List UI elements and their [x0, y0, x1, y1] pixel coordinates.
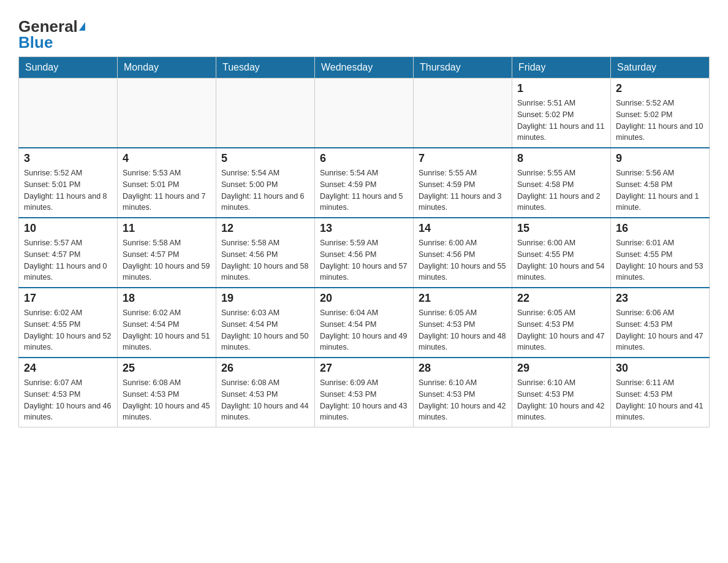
- day-number: 13: [320, 222, 408, 235]
- day-info: Sunrise: 6:05 AM Sunset: 4:53 PM Dayligh…: [517, 307, 605, 353]
- day-info: Sunrise: 5:58 AM Sunset: 4:56 PM Dayligh…: [221, 237, 309, 283]
- day-info: Sunrise: 5:52 AM Sunset: 5:01 PM Dayligh…: [24, 167, 112, 213]
- weekday-header-row: SundayMondayTuesdayWednesdayThursdayFrid…: [19, 57, 710, 79]
- calendar-cell: 1Sunrise: 5:51 AM Sunset: 5:02 PM Daylig…: [512, 79, 611, 148]
- day-info: Sunrise: 6:05 AM Sunset: 4:53 PM Dayligh…: [419, 307, 507, 353]
- calendar-cell: 8Sunrise: 5:55 AM Sunset: 4:58 PM Daylig…: [512, 148, 611, 218]
- calendar-cell: 27Sunrise: 6:09 AM Sunset: 4:53 PM Dayli…: [315, 358, 414, 427]
- day-info: Sunrise: 6:03 AM Sunset: 4:54 PM Dayligh…: [221, 307, 309, 353]
- calendar-cell: 23Sunrise: 6:06 AM Sunset: 4:53 PM Dayli…: [611, 288, 710, 358]
- day-info: Sunrise: 5:57 AM Sunset: 4:57 PM Dayligh…: [24, 237, 112, 283]
- logo-general-text: General: [18, 18, 78, 34]
- calendar-cell: 15Sunrise: 6:00 AM Sunset: 4:55 PM Dayli…: [512, 218, 611, 288]
- calendar-cell: 13Sunrise: 5:59 AM Sunset: 4:56 PM Dayli…: [315, 218, 414, 288]
- calendar-cell: 2Sunrise: 5:52 AM Sunset: 5:02 PM Daylig…: [611, 79, 710, 148]
- calendar-cell: 28Sunrise: 6:10 AM Sunset: 4:53 PM Dayli…: [414, 358, 512, 427]
- page-header: General Blue: [18, 12, 710, 50]
- day-info: Sunrise: 5:56 AM Sunset: 4:58 PM Dayligh…: [616, 167, 704, 213]
- day-number: 15: [517, 222, 605, 235]
- day-info: Sunrise: 6:10 AM Sunset: 4:53 PM Dayligh…: [419, 377, 507, 423]
- calendar-cell: 20Sunrise: 6:04 AM Sunset: 4:54 PM Dayli…: [315, 288, 414, 358]
- calendar-cell: 22Sunrise: 6:05 AM Sunset: 4:53 PM Dayli…: [512, 288, 611, 358]
- day-number: 8: [517, 152, 605, 165]
- weekday-header-cell: Sunday: [19, 57, 118, 79]
- day-info: Sunrise: 5:54 AM Sunset: 4:59 PM Dayligh…: [320, 167, 408, 213]
- calendar-cell: 26Sunrise: 6:08 AM Sunset: 4:53 PM Dayli…: [216, 358, 315, 427]
- calendar-cell: [19, 79, 118, 148]
- calendar-cell: 3Sunrise: 5:52 AM Sunset: 5:01 PM Daylig…: [19, 148, 118, 218]
- day-number: 19: [221, 292, 309, 305]
- day-info: Sunrise: 5:55 AM Sunset: 4:58 PM Dayligh…: [517, 167, 605, 213]
- calendar-week-row: 1Sunrise: 5:51 AM Sunset: 5:02 PM Daylig…: [19, 79, 710, 148]
- day-number: 16: [616, 222, 704, 235]
- day-info: Sunrise: 6:01 AM Sunset: 4:55 PM Dayligh…: [616, 237, 704, 283]
- calendar-cell: 12Sunrise: 5:58 AM Sunset: 4:56 PM Dayli…: [216, 218, 315, 288]
- calendar-cell: 7Sunrise: 5:55 AM Sunset: 4:59 PM Daylig…: [414, 148, 512, 218]
- calendar-cell: [414, 79, 512, 148]
- weekday-header-cell: Monday: [118, 57, 216, 79]
- day-info: Sunrise: 5:55 AM Sunset: 4:59 PM Dayligh…: [419, 167, 507, 213]
- calendar-cell: 9Sunrise: 5:56 AM Sunset: 4:58 PM Daylig…: [611, 148, 710, 218]
- day-number: 9: [616, 152, 704, 165]
- calendar-cell: 10Sunrise: 5:57 AM Sunset: 4:57 PM Dayli…: [19, 218, 118, 288]
- day-number: 23: [616, 292, 704, 305]
- calendar-cell: 5Sunrise: 5:54 AM Sunset: 5:00 PM Daylig…: [216, 148, 315, 218]
- day-info: Sunrise: 6:07 AM Sunset: 4:53 PM Dayligh…: [24, 377, 112, 423]
- day-info: Sunrise: 5:52 AM Sunset: 5:02 PM Dayligh…: [616, 98, 704, 144]
- day-number: 12: [221, 222, 309, 235]
- day-info: Sunrise: 6:08 AM Sunset: 4:53 PM Dayligh…: [221, 377, 309, 423]
- weekday-header-cell: Friday: [512, 57, 611, 79]
- day-number: 24: [24, 362, 112, 375]
- calendar-cell: [216, 79, 315, 148]
- day-number: 11: [123, 222, 211, 235]
- calendar-table: SundayMondayTuesdayWednesdayThursdayFrid…: [18, 56, 710, 427]
- day-info: Sunrise: 6:02 AM Sunset: 4:55 PM Dayligh…: [24, 307, 112, 353]
- weekday-header-cell: Wednesday: [315, 57, 414, 79]
- calendar-cell: 14Sunrise: 6:00 AM Sunset: 4:56 PM Dayli…: [414, 218, 512, 288]
- day-number: 6: [320, 152, 408, 165]
- weekday-header-cell: Saturday: [611, 57, 710, 79]
- day-number: 4: [123, 152, 211, 165]
- calendar-cell: 24Sunrise: 6:07 AM Sunset: 4:53 PM Dayli…: [19, 358, 118, 427]
- calendar-cell: [315, 79, 414, 148]
- day-number: 27: [320, 362, 408, 375]
- calendar-cell: 6Sunrise: 5:54 AM Sunset: 4:59 PM Daylig…: [315, 148, 414, 218]
- day-number: 28: [419, 362, 507, 375]
- day-number: 22: [517, 292, 605, 305]
- calendar-cell: 11Sunrise: 5:58 AM Sunset: 4:57 PM Dayli…: [118, 218, 216, 288]
- day-info: Sunrise: 5:54 AM Sunset: 5:00 PM Dayligh…: [221, 167, 309, 213]
- day-number: 1: [517, 82, 605, 95]
- calendar-cell: 18Sunrise: 6:02 AM Sunset: 4:54 PM Dayli…: [118, 288, 216, 358]
- day-info: Sunrise: 5:59 AM Sunset: 4:56 PM Dayligh…: [320, 237, 408, 283]
- day-number: 29: [517, 362, 605, 375]
- day-info: Sunrise: 5:53 AM Sunset: 5:01 PM Dayligh…: [123, 167, 211, 213]
- day-number: 21: [419, 292, 507, 305]
- day-number: 3: [24, 152, 112, 165]
- day-info: Sunrise: 6:10 AM Sunset: 4:53 PM Dayligh…: [517, 377, 605, 423]
- day-number: 7: [419, 152, 507, 165]
- day-number: 18: [123, 292, 211, 305]
- day-number: 30: [616, 362, 704, 375]
- weekday-header-cell: Thursday: [414, 57, 512, 79]
- calendar-cell: 16Sunrise: 6:01 AM Sunset: 4:55 PM Dayli…: [611, 218, 710, 288]
- calendar-cell: 30Sunrise: 6:11 AM Sunset: 4:53 PM Dayli…: [611, 358, 710, 427]
- day-info: Sunrise: 5:58 AM Sunset: 4:57 PM Dayligh…: [123, 237, 211, 283]
- calendar-cell: [118, 79, 216, 148]
- day-number: 25: [123, 362, 211, 375]
- calendar-cell: 25Sunrise: 6:08 AM Sunset: 4:53 PM Dayli…: [118, 358, 216, 427]
- day-number: 26: [221, 362, 309, 375]
- calendar-week-row: 10Sunrise: 5:57 AM Sunset: 4:57 PM Dayli…: [19, 218, 710, 288]
- logo-blue-text: Blue: [18, 34, 53, 50]
- weekday-header-cell: Tuesday: [216, 57, 315, 79]
- day-info: Sunrise: 6:11 AM Sunset: 4:53 PM Dayligh…: [616, 377, 704, 423]
- day-number: 17: [24, 292, 112, 305]
- day-info: Sunrise: 6:00 AM Sunset: 4:55 PM Dayligh…: [517, 237, 605, 283]
- calendar-cell: 19Sunrise: 6:03 AM Sunset: 4:54 PM Dayli…: [216, 288, 315, 358]
- day-info: Sunrise: 6:09 AM Sunset: 4:53 PM Dayligh…: [320, 377, 408, 423]
- calendar-week-row: 24Sunrise: 6:07 AM Sunset: 4:53 PM Dayli…: [19, 358, 710, 427]
- day-number: 10: [24, 222, 112, 235]
- calendar-cell: 29Sunrise: 6:10 AM Sunset: 4:53 PM Dayli…: [512, 358, 611, 427]
- day-info: Sunrise: 5:51 AM Sunset: 5:02 PM Dayligh…: [517, 98, 605, 144]
- calendar-cell: 21Sunrise: 6:05 AM Sunset: 4:53 PM Dayli…: [414, 288, 512, 358]
- day-number: 20: [320, 292, 408, 305]
